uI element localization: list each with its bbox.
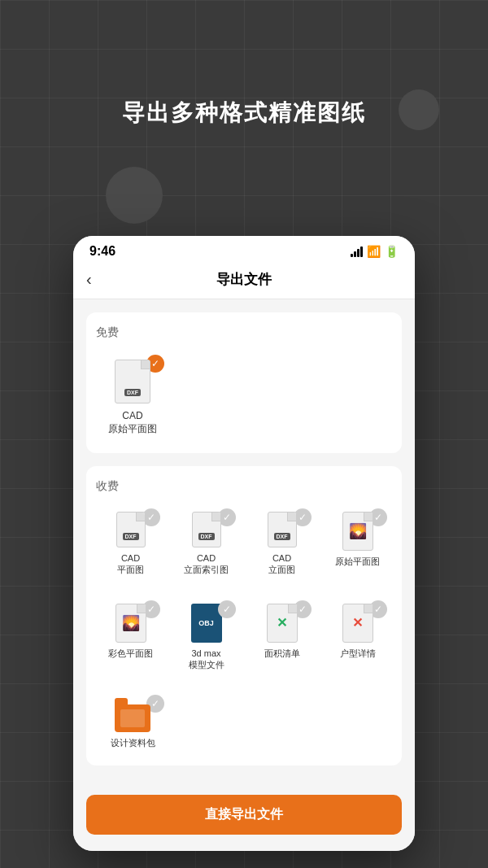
check-inactive: ✓ bbox=[218, 600, 236, 618]
content-area: 免费 ✓ DXF CAD原始平面图 收费 bbox=[73, 299, 415, 785]
dxf-icon-original: DXF bbox=[115, 360, 150, 403]
file-item-cad-facade-index[interactable]: ✓ DXF CAD立面索引图 bbox=[172, 504, 241, 582]
excel-red-icon: ✕ bbox=[352, 615, 363, 630]
bg-decoration-1 bbox=[106, 167, 163, 224]
dxf-label: DXF bbox=[198, 533, 215, 540]
dxf-label: DXF bbox=[123, 533, 139, 540]
paid-row-1: ✓ DXF CAD平面图 ✓ DXF CAD立面索引图 ✓ bbox=[96, 504, 392, 582]
free-section: 免费 ✓ DXF CAD原始平面图 bbox=[86, 312, 402, 453]
free-label: 免费 bbox=[96, 325, 392, 340]
file-item-unit-detail[interactable]: ✓ ✕ 户型详情 bbox=[323, 595, 392, 678]
file-name-cad-plan: CAD平面图 bbox=[117, 552, 144, 576]
file-item-color-plan[interactable]: ✓ 🌄 彩色平面图 bbox=[96, 595, 165, 678]
battery-icon: 🔋 bbox=[385, 245, 399, 258]
page-title: 导出多种格式精准图纸 bbox=[0, 98, 488, 129]
excel-green-icon: ✕ bbox=[277, 615, 287, 630]
signal-icon bbox=[351, 246, 363, 257]
nav-title: 导出文件 bbox=[216, 270, 272, 289]
paid-label: 收费 bbox=[96, 479, 392, 494]
export-button[interactable]: 直接导出文件 bbox=[86, 795, 402, 835]
file-name-cad-facade: CAD立面图 bbox=[268, 552, 295, 576]
image-icon: 🌄 bbox=[349, 522, 367, 540]
file-name-area-list: 面积清单 bbox=[264, 648, 300, 659]
status-time: 9:46 bbox=[89, 244, 115, 259]
paid-section: 收费 ✓ DXF CAD平面图 ✓ DXF CAD立面索引图 bbox=[86, 466, 402, 765]
dxf-label: DXF bbox=[124, 389, 141, 396]
dxf-label: DXF bbox=[274, 533, 290, 540]
file-item-3dmax[interactable]: ✓ OBJ 3d max模型文件 bbox=[172, 595, 241, 678]
status-icons: 📶 🔋 bbox=[351, 245, 399, 258]
file-item-design-pack[interactable]: ✓ 设计资料包 bbox=[96, 690, 169, 755]
file-item-cad-original[interactable]: ✓ DXF CAD原始平面图 bbox=[96, 350, 169, 443]
file-name-cad-facade-index: CAD立面索引图 bbox=[184, 552, 229, 576]
file-name-color-plan: 彩色平面图 bbox=[108, 648, 153, 659]
wifi-icon: 📶 bbox=[367, 245, 381, 258]
obj-label: OBJ bbox=[198, 619, 214, 627]
file-name-unit-detail: 户型详情 bbox=[340, 648, 376, 659]
file-item-cad-facade[interactable]: ✓ DXF CAD立面图 bbox=[247, 504, 316, 582]
free-items: ✓ DXF CAD原始平面图 bbox=[96, 350, 392, 443]
nav-bar: ‹ 导出文件 bbox=[73, 264, 415, 299]
file-name-cad-original: CAD原始平面图 bbox=[108, 410, 157, 435]
status-bar: 9:46 📶 🔋 bbox=[73, 236, 415, 264]
file-name-original-plan: 原始平面图 bbox=[335, 556, 380, 567]
phone-card: 9:46 📶 🔋 ‹ 导出文件 免费 ✓ bbox=[73, 236, 415, 851]
file-item-original-plan[interactable]: ✓ 🌄 原始平面图 bbox=[323, 504, 392, 582]
image-icon: 🌄 bbox=[122, 614, 140, 632]
file-item-cad-plan[interactable]: ✓ DXF CAD平面图 bbox=[96, 504, 165, 582]
bottom-section: 直接导出文件 bbox=[73, 785, 415, 851]
folder-icon bbox=[115, 698, 150, 732]
file-name-3dmax: 3d max模型文件 bbox=[189, 648, 224, 671]
file-name-design-pack: 设计资料包 bbox=[111, 737, 155, 748]
file-item-area-list[interactable]: ✓ ✕ 面积清单 bbox=[247, 595, 316, 678]
paid-row-2: ✓ 🌄 彩色平面图 ✓ OBJ 3d max模型文件 ✓ bbox=[96, 595, 392, 678]
paid-row-3: ✓ 设计资料包 bbox=[96, 690, 392, 755]
back-button[interactable]: ‹ bbox=[86, 270, 92, 289]
